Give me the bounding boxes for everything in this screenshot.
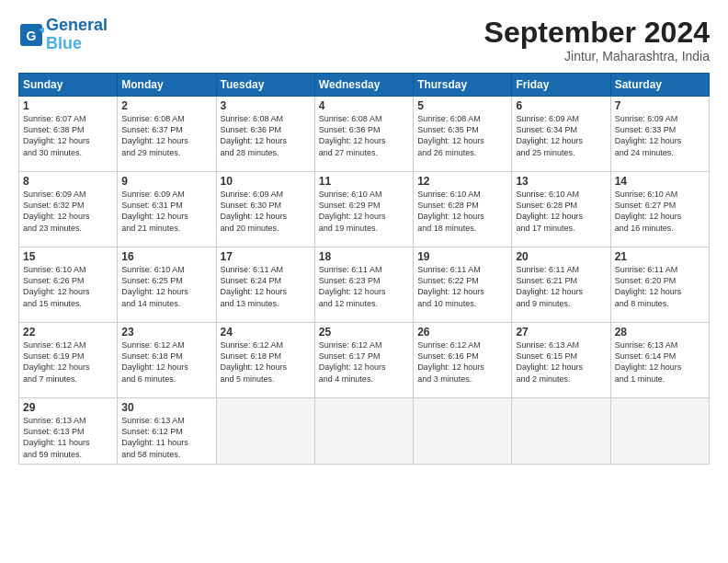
day-cell: 17Sunrise: 6:11 AM Sunset: 6:24 PM Dayli… [216,247,314,323]
day-info: Sunrise: 6:08 AM Sunset: 6:36 PM Dayligh… [319,113,409,158]
month-title: September 2024 [484,17,710,49]
logo-line2: Blue [46,34,82,52]
day-number: 14 [615,175,705,188]
page: G General Blue September 2024 Jintur, Ma… [0,0,728,563]
day-cell: 13Sunrise: 6:10 AM Sunset: 6:28 PM Dayli… [512,172,610,247]
day-cell: 30Sunrise: 6:13 AM Sunset: 6:12 PM Dayli… [118,398,216,465]
day-cell: 14Sunrise: 6:10 AM Sunset: 6:27 PM Dayli… [610,172,709,247]
day-cell: 25Sunrise: 6:12 AM Sunset: 6:17 PM Dayli… [314,323,413,398]
day-cell: 9Sunrise: 6:09 AM Sunset: 6:31 PM Daylig… [118,172,216,247]
day-info: Sunrise: 6:09 AM Sunset: 6:30 PM Dayligh… [221,189,311,234]
day-cell: 23Sunrise: 6:12 AM Sunset: 6:18 PM Dayli… [118,323,216,398]
day-info: Sunrise: 6:08 AM Sunset: 6:35 PM Dayligh… [417,113,507,158]
day-cell [314,398,413,465]
day-cell: 22Sunrise: 6:12 AM Sunset: 6:19 PM Dayli… [19,323,118,398]
day-cell [216,398,314,465]
day-number: 26 [417,326,507,339]
day-cell: 28Sunrise: 6:13 AM Sunset: 6:14 PM Dayli… [610,323,709,398]
day-number: 25 [319,326,409,339]
day-number: 29 [23,401,113,414]
day-info: Sunrise: 6:10 AM Sunset: 6:29 PM Dayligh… [319,189,409,234]
day-cell: 11Sunrise: 6:10 AM Sunset: 6:29 PM Dayli… [314,172,413,247]
day-cell: 7Sunrise: 6:09 AM Sunset: 6:33 PM Daylig… [610,97,709,172]
day-info: Sunrise: 6:11 AM Sunset: 6:20 PM Dayligh… [615,264,705,309]
day-number: 9 [121,175,211,188]
day-info: Sunrise: 6:12 AM Sunset: 6:18 PM Dayligh… [221,339,311,385]
day-number: 15 [23,250,113,263]
day-number: 12 [417,175,507,188]
day-info: Sunrise: 6:11 AM Sunset: 6:24 PM Dayligh… [221,264,311,309]
title-section: September 2024 Jintur, Maharashtra, Indi… [484,17,710,63]
day-cell: 20Sunrise: 6:11 AM Sunset: 6:21 PM Dayli… [512,247,610,323]
day-number: 28 [615,326,705,339]
week-row-4: 22Sunrise: 6:12 AM Sunset: 6:19 PM Dayli… [19,323,710,398]
day-cell: 16Sunrise: 6:10 AM Sunset: 6:25 PM Dayli… [118,247,216,323]
day-number: 5 [417,99,507,112]
day-info: Sunrise: 6:09 AM Sunset: 6:32 PM Dayligh… [23,189,113,234]
day-cell: 5Sunrise: 6:08 AM Sunset: 6:35 PM Daylig… [414,97,512,172]
day-info: Sunrise: 6:08 AM Sunset: 6:37 PM Dayligh… [121,113,211,158]
day-info: Sunrise: 6:13 AM Sunset: 6:12 PM Dayligh… [121,415,211,460]
week-row-2: 8Sunrise: 6:09 AM Sunset: 6:32 PM Daylig… [19,172,710,247]
svg-text:G: G [27,29,37,43]
day-info: Sunrise: 6:09 AM Sunset: 6:33 PM Dayligh… [615,113,705,158]
day-number: 19 [417,250,507,263]
week-row-5: 29Sunrise: 6:13 AM Sunset: 6:13 PM Dayli… [19,398,710,465]
day-number: 23 [121,326,211,339]
day-cell: 24Sunrise: 6:12 AM Sunset: 6:18 PM Dayli… [216,323,314,398]
day-info: Sunrise: 6:10 AM Sunset: 6:25 PM Dayligh… [121,264,211,309]
day-info: Sunrise: 6:09 AM Sunset: 6:31 PM Dayligh… [121,189,211,234]
logo-text: General Blue [46,17,108,53]
day-number: 11 [319,175,409,188]
day-info: Sunrise: 6:08 AM Sunset: 6:36 PM Dayligh… [221,113,311,158]
day-cell: 27Sunrise: 6:13 AM Sunset: 6:15 PM Dayli… [512,323,610,398]
day-number: 1 [23,99,113,112]
day-number: 10 [221,175,311,188]
logo-line1: General [46,16,108,34]
day-info: Sunrise: 6:13 AM Sunset: 6:15 PM Dayligh… [516,339,606,385]
col-header-friday: Friday [512,74,610,97]
day-cell: 8Sunrise: 6:09 AM Sunset: 6:32 PM Daylig… [19,172,118,247]
col-header-sunday: Sunday [19,74,118,97]
day-number: 2 [121,99,211,112]
day-info: Sunrise: 6:09 AM Sunset: 6:34 PM Dayligh… [516,113,606,158]
day-cell [610,398,709,465]
day-number: 8 [23,175,113,188]
day-info: Sunrise: 6:12 AM Sunset: 6:19 PM Dayligh… [23,339,113,385]
day-number: 22 [23,326,113,339]
day-number: 13 [516,175,606,188]
logo: G General Blue [18,17,108,53]
day-number: 17 [221,250,311,263]
day-info: Sunrise: 6:13 AM Sunset: 6:13 PM Dayligh… [23,415,113,460]
day-cell: 29Sunrise: 6:13 AM Sunset: 6:13 PM Dayli… [19,398,118,465]
day-cell: 10Sunrise: 6:09 AM Sunset: 6:30 PM Dayli… [216,172,314,247]
day-number: 16 [121,250,211,263]
day-number: 18 [319,250,409,263]
day-number: 27 [516,326,606,339]
day-number: 24 [221,326,311,339]
day-cell: 21Sunrise: 6:11 AM Sunset: 6:20 PM Dayli… [610,247,709,323]
col-header-thursday: Thursday [414,74,512,97]
header-row: SundayMondayTuesdayWednesdayThursdayFrid… [19,74,710,97]
day-number: 20 [516,250,606,263]
week-row-3: 15Sunrise: 6:10 AM Sunset: 6:26 PM Dayli… [19,247,710,323]
day-cell: 12Sunrise: 6:10 AM Sunset: 6:28 PM Dayli… [414,172,512,247]
logo-icon: G [18,22,44,48]
day-cell: 6Sunrise: 6:09 AM Sunset: 6:34 PM Daylig… [512,97,610,172]
day-info: Sunrise: 6:11 AM Sunset: 6:23 PM Dayligh… [319,264,409,309]
day-info: Sunrise: 6:10 AM Sunset: 6:28 PM Dayligh… [516,189,606,234]
day-info: Sunrise: 6:12 AM Sunset: 6:18 PM Dayligh… [121,339,211,385]
col-header-monday: Monday [118,74,216,97]
header: G General Blue September 2024 Jintur, Ma… [18,17,710,63]
day-number: 7 [615,99,705,112]
calendar: SundayMondayTuesdayWednesdayThursdayFrid… [18,73,710,465]
day-info: Sunrise: 6:13 AM Sunset: 6:14 PM Dayligh… [615,339,705,385]
day-info: Sunrise: 6:10 AM Sunset: 6:26 PM Dayligh… [23,264,113,309]
day-info: Sunrise: 6:10 AM Sunset: 6:27 PM Dayligh… [615,189,705,234]
day-cell: 1Sunrise: 6:07 AM Sunset: 6:38 PM Daylig… [19,97,118,172]
day-info: Sunrise: 6:07 AM Sunset: 6:38 PM Dayligh… [23,113,113,158]
day-number: 21 [615,250,705,263]
day-info: Sunrise: 6:10 AM Sunset: 6:28 PM Dayligh… [417,189,507,234]
day-cell: 3Sunrise: 6:08 AM Sunset: 6:36 PM Daylig… [216,97,314,172]
day-number: 30 [121,401,211,414]
